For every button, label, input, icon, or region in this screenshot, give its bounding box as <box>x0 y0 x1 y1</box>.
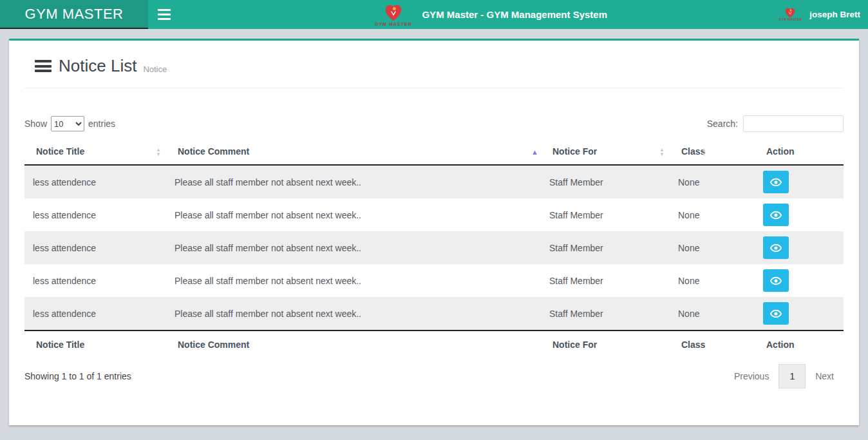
brand-title: GYM Master - GYM Management System <box>422 9 607 20</box>
notice-table: Notice Title▲▼Notice Comment▲Notice For▲… <box>24 140 844 358</box>
heart-logo <box>384 3 403 21</box>
brand-logo: GYM MASTER <box>375 3 411 26</box>
cell-class: None <box>670 264 755 297</box>
sort-icon: ▲▼ <box>701 148 706 157</box>
column-header-label: Notice Comment <box>178 146 249 157</box>
cell-action <box>755 198 844 231</box>
column-header-label: Notice For <box>552 146 597 157</box>
cell-class: None <box>670 165 755 198</box>
eye-icon <box>770 309 782 318</box>
cell-class: None <box>670 198 755 231</box>
eye-icon <box>770 211 782 220</box>
cell-notice-for: Staff Member <box>541 198 670 231</box>
cell-notice-title: less attendence <box>24 198 166 231</box>
page-number-button[interactable]: 1 <box>778 364 806 388</box>
user-avatar-caption: GYM MASTER <box>779 19 802 22</box>
pagination: Previous 1 Next <box>724 364 844 388</box>
notice-list-card: Notice List Notice Show 10 entries Searc… <box>9 39 859 425</box>
search-input[interactable] <box>743 115 844 132</box>
column-header-notice-comment[interactable]: Notice Comment▲ <box>166 140 541 165</box>
eye-icon <box>770 276 782 285</box>
column-header-label: Notice Title <box>36 146 84 157</box>
view-notice-button[interactable] <box>763 204 789 226</box>
notice-table-body: less attendencePlease all staff member n… <box>24 165 844 330</box>
cell-notice-comment: Please all staff member not absent next … <box>166 297 541 330</box>
search-label: Search: <box>707 119 738 129</box>
sidebar-toggle-button[interactable] <box>156 8 173 21</box>
column-footer-notice-for: Notice For <box>541 330 670 358</box>
cell-action <box>755 165 844 198</box>
cell-action <box>755 297 844 330</box>
table-controls: Show 10 entries Search: <box>24 115 844 132</box>
notice-table-header-row: Notice Title▲▼Notice Comment▲Notice For▲… <box>24 140 844 165</box>
column-footer-notice-title: Notice Title <box>24 330 166 358</box>
entries-label: entries <box>88 119 115 129</box>
cell-notice-comment: Please all staff member not absent next … <box>166 264 541 297</box>
column-header-class[interactable]: Class▲▼ <box>670 140 755 165</box>
page-header: Notice List Notice <box>9 41 859 82</box>
cell-notice-for: Staff Member <box>541 264 670 297</box>
cell-notice-for: Staff Member <box>541 231 670 264</box>
cell-notice-title: less attendence <box>24 264 166 297</box>
table-row: less attendencePlease all staff member n… <box>24 297 844 330</box>
table-row: less attendencePlease all staff member n… <box>24 198 844 231</box>
table-row: less attendencePlease all staff member n… <box>24 165 844 198</box>
column-header-notice-title[interactable]: Notice Title▲▼ <box>24 140 166 165</box>
page-size-select[interactable]: 10 <box>51 116 84 131</box>
app-logo-text: GYM MASTER <box>25 6 124 23</box>
header-divider <box>24 88 844 88</box>
cell-action <box>755 264 844 297</box>
column-footer-class: Class <box>670 330 755 358</box>
column-header-notice-for[interactable]: Notice For▲▼ <box>541 140 670 165</box>
hamburger-icon <box>158 9 171 11</box>
column-header-action: Action <box>755 140 844 165</box>
cell-class: None <box>670 297 755 330</box>
cell-notice-comment: Please all staff member not absent next … <box>166 198 541 231</box>
previous-page-button[interactable]: Previous <box>724 365 778 388</box>
next-page-button[interactable]: Next <box>806 365 844 388</box>
cell-notice-title: less attendence <box>24 231 166 264</box>
view-notice-button[interactable] <box>763 302 789 325</box>
column-footer-action: Action <box>755 330 844 358</box>
page-length-control: Show 10 entries <box>24 116 115 131</box>
user-name: joseph Brett <box>809 10 860 19</box>
cell-notice-for: Staff Member <box>541 165 670 198</box>
cell-action <box>755 231 844 264</box>
view-notice-button[interactable] <box>763 236 789 259</box>
top-navbar: GYM MASTER GYM MASTER GYM Master - GYM M… <box>0 0 868 29</box>
brand-area: GYM MASTER GYM Master - GYM Management S… <box>375 0 607 29</box>
column-header-label: Action <box>766 146 795 157</box>
user-avatar: GYM MASTER <box>779 7 802 22</box>
sort-ascending-icon: ▲ <box>531 148 538 156</box>
heart-logo-icon <box>784 7 796 19</box>
cell-notice-title: less attendence <box>24 165 166 198</box>
show-label: Show <box>24 119 47 129</box>
table-footer-bar: Showing 1 to 1 of 1 entries Previous 1 N… <box>24 364 844 388</box>
eye-icon <box>770 244 782 253</box>
cell-class: None <box>670 231 755 264</box>
search-control: Search: <box>707 115 844 132</box>
cell-notice-title: less attendence <box>24 297 166 330</box>
heart-logo-icon <box>384 3 403 23</box>
list-menu-icon[interactable] <box>35 60 52 72</box>
column-footer-notice-comment: Notice Comment <box>166 330 541 358</box>
breadcrumb: Notice <box>143 64 167 76</box>
user-menu[interactable]: GYM MASTER joseph Brett <box>779 0 860 29</box>
sort-icon: ▲▼ <box>659 148 665 157</box>
heart-logo-small <box>784 7 796 18</box>
table-row: less attendencePlease all staff member n… <box>24 264 844 297</box>
table-row: less attendencePlease all staff member n… <box>24 231 844 264</box>
cell-notice-for: Staff Member <box>541 297 670 330</box>
view-notice-button[interactable] <box>763 269 789 292</box>
sort-icon: ▲▼ <box>156 148 161 157</box>
brand-logo-caption: GYM MASTER <box>375 22 411 26</box>
view-notice-button[interactable] <box>763 171 789 193</box>
showing-info: Showing 1 to 1 of 1 entries <box>24 371 131 381</box>
notice-table-footer-row: Notice TitleNotice CommentNotice ForClas… <box>24 330 844 358</box>
cell-notice-comment: Please all staff member not absent next … <box>166 165 541 198</box>
eye-icon <box>770 178 782 187</box>
cell-notice-comment: Please all staff member not absent next … <box>166 231 541 264</box>
app-logo[interactable]: GYM MASTER <box>0 0 148 29</box>
page-title: Notice List <box>59 56 137 76</box>
